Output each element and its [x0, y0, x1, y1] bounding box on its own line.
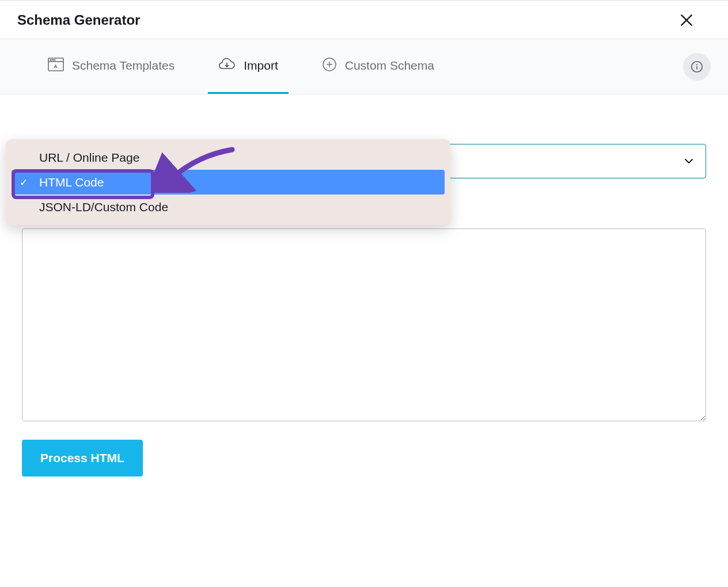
- svg-rect-12: [696, 66, 697, 70]
- cloud-download-icon: [218, 58, 236, 74]
- dropdown-option-url[interactable]: URL / Online Page: [12, 145, 445, 170]
- tab-custom-schema[interactable]: Custom Schema: [312, 39, 445, 94]
- svg-point-6: [54, 59, 55, 60]
- info-icon: [691, 60, 703, 73]
- dropdown-option-label: JSON-LD/Custom Code: [39, 200, 168, 214]
- close-button[interactable]: [678, 12, 695, 28]
- tab-import[interactable]: Import: [208, 39, 289, 94]
- dropdown-option-label: URL / Online Page: [39, 151, 139, 165]
- check-icon: ✓: [20, 176, 28, 188]
- close-icon: [679, 13, 694, 28]
- svg-point-11: [696, 64, 697, 65]
- source-dropdown-list: URL / Online Page ✓ HTML Code JSON-LD/Cu…: [6, 139, 450, 225]
- dropdown-option-html-code[interactable]: ✓ HTML Code: [12, 170, 445, 195]
- modal-header: Schema Generator: [0, 1, 728, 39]
- dropdown-option-jsonld[interactable]: JSON-LD/Custom Code: [12, 195, 445, 219]
- svg-point-4: [50, 59, 51, 60]
- dropdown-option-label: HTML Code: [39, 176, 104, 189]
- process-html-button[interactable]: Process HTML: [22, 440, 143, 477]
- html-code-textarea[interactable]: [22, 228, 706, 421]
- tab-schema-templates[interactable]: Schema Templates: [37, 39, 185, 94]
- modal-title: Schema Generator: [17, 12, 140, 28]
- template-icon: [48, 58, 64, 74]
- svg-point-5: [52, 59, 54, 60]
- tab-label: Custom Schema: [345, 59, 434, 73]
- tab-bar: Schema Templates Import Custom Schema: [0, 39, 728, 94]
- tab-label: Schema Templates: [72, 59, 175, 73]
- tab-label: Import: [244, 59, 278, 73]
- info-button[interactable]: [683, 53, 711, 81]
- plus-circle-icon: [322, 57, 337, 75]
